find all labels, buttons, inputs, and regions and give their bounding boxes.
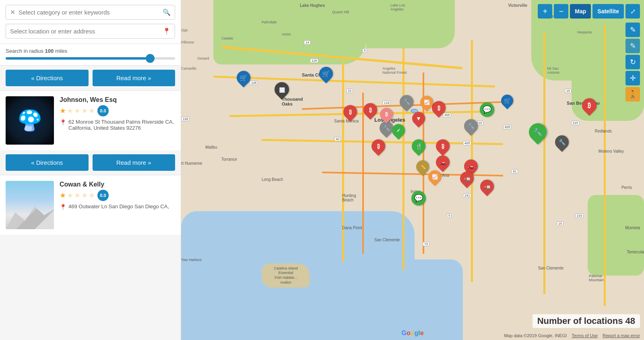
- marker-bitcoin-1[interactable]: ₿: [343, 105, 357, 119]
- marker-bitcoin-2[interactable]: ₿: [363, 103, 377, 117]
- map-view-button[interactable]: Map: [570, 4, 591, 19]
- directions-button-2[interactable]: « Directions: [6, 154, 89, 171]
- marker-wrench-green[interactable]: 🔧: [529, 123, 547, 141]
- first-listing-actions: « Directions Read more »: [0, 66, 181, 90]
- clear-keyword-button[interactable]: ✕: [10, 8, 15, 16]
- edit-map-button[interactable]: ✎: [625, 23, 640, 37]
- listing-card-1: Johnson, Wes Esq ★ ★ ★ ★ ★ 0.0 📍 62 Monr…: [0, 90, 181, 150]
- ocean-area-2: [302, 259, 463, 340]
- road-405: [229, 110, 491, 117]
- location-search-box[interactable]: 📍: [6, 24, 175, 39]
- radius-slider-thumb[interactable]: [146, 54, 155, 63]
- green-area-5: [588, 195, 644, 276]
- marker-trending-2[interactable]: 📈: [420, 96, 433, 109]
- road-vertical-1: [342, 60, 344, 262]
- listing-address-1: 📍 62 Monroe St Thousand Palms Riverside …: [60, 119, 175, 131]
- marker-cart-3[interactable]: 🛒: [501, 95, 513, 107]
- refresh-button[interactable]: ↻: [625, 55, 640, 69]
- satellite-view-button[interactable]: Satellite: [592, 4, 624, 19]
- star-2-1: ★: [60, 191, 66, 200]
- map-controls-right: ✎ ✎ ↻ ✛ 🚶: [625, 23, 640, 102]
- address-icon-1: 📍: [60, 119, 66, 131]
- second-listing-actions: « Directions Read more »: [0, 150, 181, 175]
- marker-bitcoin-6[interactable]: ₿: [582, 98, 597, 113]
- rating-badge-2: 0.0: [97, 190, 109, 201]
- marker-chat-2[interactable]: 💬: [411, 191, 426, 205]
- listing-image-1: [6, 96, 54, 145]
- listing-stars-2: ★ ★ ★ ★ ★ 0.0: [60, 190, 175, 201]
- map-controls-top-right: + − Map Satellite ⤢: [538, 4, 640, 19]
- radius-section: Search in radius 100 miles: [0, 44, 181, 66]
- directions-button-1[interactable]: « Directions: [6, 70, 89, 86]
- marker-car-3[interactable]: 🚛: [460, 172, 474, 185]
- catalina-island: Catalina IslandEssentialFish Habitat...A…: [262, 263, 310, 288]
- keyword-search-icon: 🔍: [163, 8, 171, 16]
- marker-trending-1[interactable]: ▼: [412, 112, 425, 125]
- terms-link[interactable]: Terms of Use: [572, 333, 598, 338]
- search-section: ✕ 🔍 📍: [0, 0, 181, 44]
- marker-wrench-4[interactable]: 🔧: [555, 135, 569, 149]
- move-button[interactable]: ✛: [625, 71, 640, 85]
- marker-pink-1[interactable]: ₿: [380, 108, 393, 121]
- star-1-4: ★: [81, 106, 88, 115]
- zoom-in-button[interactable]: +: [538, 4, 552, 19]
- marker-bitcoin-4[interactable]: ₿: [372, 139, 385, 153]
- zoom-out-button[interactable]: −: [554, 4, 568, 19]
- keyword-input[interactable]: [19, 9, 163, 16]
- listing-name-2: Cowan & Kelly: [60, 181, 175, 188]
- listing-image-2: [6, 181, 54, 229]
- keyword-search-box[interactable]: ✕ 🔍: [6, 5, 175, 20]
- location-pin-icon: 📍: [163, 27, 171, 35]
- person-button[interactable]: 🚶: [625, 87, 640, 102]
- report-link[interactable]: Report a map error: [603, 333, 640, 338]
- marker-trending-3[interactable]: 📈: [428, 170, 441, 183]
- listing-name-1: Johnson, Wes Esq: [60, 96, 175, 104]
- radius-slider-fill: [6, 57, 155, 60]
- rating-badge-1: 0.0: [97, 105, 109, 116]
- road-vertical-5: [604, 24, 606, 306]
- marker-bitcoin-3[interactable]: ₿: [432, 101, 446, 115]
- marker-car-1[interactable]: 🚗: [436, 155, 450, 169]
- star-1-1: ★: [60, 106, 66, 115]
- marker-car-4[interactable]: 🚛: [480, 180, 494, 193]
- listing-address-2: 📍 469 Outwater Ln San Diego San Diego CA…: [60, 203, 175, 210]
- radius-text: Search in radius 100 miles: [6, 48, 175, 54]
- star-1-3: ★: [74, 106, 80, 115]
- marker-pencil-1[interactable]: ✏️: [416, 160, 429, 173]
- listing-info-2: Cowan & Kelly ★ ★ ★ ★ ★ 0.0 📍 469 Outwat…: [60, 181, 175, 229]
- road-vertical-2: [402, 48, 405, 270]
- star-2-5: ★: [89, 191, 95, 200]
- fullscreen-button[interactable]: ⤢: [625, 4, 640, 19]
- map-canvas: Catalina IslandEssentialFish Habitat...A…: [181, 0, 644, 340]
- locations-count: Number of locations 48: [533, 314, 640, 328]
- road-vertical-4: [543, 32, 545, 294]
- marker-food-1[interactable]: 🍴: [412, 139, 425, 153]
- marker-cart-1[interactable]: 🛒: [237, 71, 250, 85]
- read-more-button-1[interactable]: Read more »: [93, 70, 175, 86]
- marker-wrench-3[interactable]: 🔧: [464, 119, 478, 133]
- edit-button-2[interactable]: ✎: [625, 39, 640, 53]
- listing-info-1: Johnson, Wes Esq ★ ★ ★ ★ ★ 0.0 📍 62 Monr…: [60, 96, 175, 145]
- marker-wrench-1[interactable]: 🔧: [400, 95, 413, 109]
- address-icon-2: 📍: [60, 204, 66, 210]
- star-1-5: ★: [89, 106, 95, 115]
- marker-bitcoin-5[interactable]: ₿: [436, 139, 450, 153]
- listing-stars-1: ★ ★ ★ ★ ★ 0.0: [60, 105, 175, 116]
- location-input[interactable]: [10, 28, 163, 35]
- star-1-2: ★: [67, 106, 73, 115]
- map-area[interactable]: Catalina IslandEssentialFish Habitat...A…: [181, 0, 644, 340]
- read-more-button-2[interactable]: Read more »: [93, 154, 175, 171]
- left-panel: ✕ 🔍 📍 Search in radius 100 miles « Direc…: [0, 0, 181, 340]
- star-2-2: ★: [67, 191, 73, 200]
- star-2-3: ★: [74, 191, 80, 200]
- marker-chat-1[interactable]: 💬: [480, 102, 494, 117]
- marker-chat-green-2[interactable]: ✓: [392, 124, 405, 137]
- radius-slider-track: [6, 57, 175, 60]
- star-2-4: ★: [81, 191, 88, 200]
- google-brand: Google: [401, 330, 423, 337]
- map-attribution: Map data ©2019 Google, INEGI Terms of Us…: [504, 333, 640, 338]
- marker-cart-2[interactable]: 🛒: [319, 67, 333, 81]
- green-area-2: [366, 0, 455, 48]
- marker-building-1[interactable]: ▦: [275, 82, 289, 97]
- listing-card-2: Cowan & Kelly ★ ★ ★ ★ ★ 0.0 📍 469 Outwat…: [0, 175, 181, 235]
